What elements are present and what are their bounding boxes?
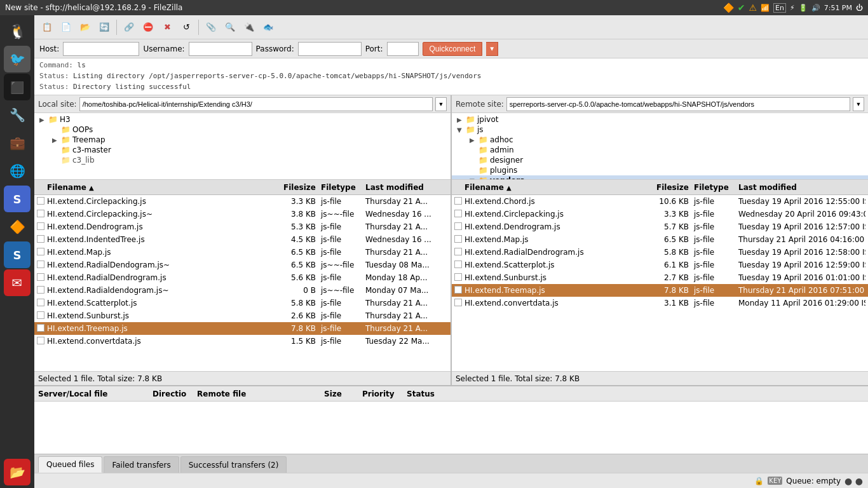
- local-path-dropdown-btn[interactable]: ▼: [435, 97, 447, 111]
- toolbar-sep-2: [198, 20, 199, 35]
- local-col-filename[interactable]: Filename ▲: [47, 183, 276, 192]
- sidebar-icon-s1[interactable]: S: [4, 186, 31, 212]
- local-path-input[interactable]: [79, 97, 433, 111]
- remote-col-filetype[interactable]: Filetype: [694, 183, 738, 192]
- sidebar-icon-mail[interactable]: ✉: [4, 269, 31, 296]
- local-file-row[interactable]: HI.extend.Circlepacking.js 3.3 KB js-fil…: [34, 195, 451, 208]
- sidebar-icon-terminal[interactable]: ⬛: [4, 74, 31, 100]
- tree-item-c3lib[interactable]: 📁 c3_lib: [34, 155, 451, 165]
- admin-folder-icon: 📁: [478, 146, 488, 154]
- sidebar-icon-briefcase[interactable]: 💼: [4, 130, 31, 156]
- local-col-filetype[interactable]: Filetype: [321, 183, 365, 192]
- local-file-row[interactable]: HI.extend.IndentedTree.js 4.5 KB js-file…: [34, 233, 451, 246]
- host-input[interactable]: [63, 42, 139, 56]
- compare-btn[interactable]: 🐟: [259, 18, 277, 36]
- sidebar-icon-s2[interactable]: S: [4, 241, 31, 268]
- reconnect-btn[interactable]: 🔗: [120, 18, 138, 36]
- wifi-icon: 📶: [761, 4, 770, 12]
- remote-file-row[interactable]: HI.extend.Circlepacking.js 3.3 KB js-fil…: [452, 208, 868, 220]
- remote-col-modified[interactable]: Last modified: [738, 183, 865, 192]
- local-file-row[interactable]: HI.extend.convertdata.js 1.5 KB js-file …: [34, 335, 451, 348]
- sidebar-icon-ubuntu[interactable]: 🐧: [4, 18, 31, 44]
- remote-file-row[interactable]: HI.extend.Sunburst.js 2.7 KB js-file Tue…: [452, 271, 868, 284]
- remote-col-filename[interactable]: Filename ▲: [465, 183, 643, 192]
- remote-path-dropdown-btn[interactable]: ▼: [853, 97, 864, 111]
- remote-path-input[interactable]: [506, 97, 850, 111]
- tab-successful-transfers[interactable]: Successful transfers (2): [180, 456, 287, 473]
- username-input[interactable]: [189, 42, 252, 56]
- toggle-remotedir-btn[interactable]: 🔄: [95, 18, 113, 36]
- file-name: HI.extend.IndentedTree.js: [47, 235, 276, 244]
- tree-item-designer[interactable]: 📁 designer: [452, 155, 868, 165]
- tree-item-adhoc[interactable]: ▶ 📁 adhoc: [452, 135, 868, 145]
- tab-queued-files[interactable]: Queued files: [38, 456, 102, 473]
- queue-btn[interactable]: 📎: [202, 18, 220, 36]
- local-file-row[interactable]: HI.extend.Dendrogram.js 5.3 KB js-file T…: [34, 220, 451, 233]
- file-name: HI.extend.Circlepacking.js~: [47, 210, 276, 219]
- local-file-row[interactable]: HI.extend.Treemap.js 7.8 KB js-file Thur…: [34, 322, 451, 335]
- local-file-row[interactable]: HI.extend.Circlepacking.js~ 3.8 KB js~~-…: [34, 208, 451, 220]
- remote-file-row[interactable]: HI.extend.RadialDendrogram.js 5.8 KB js-…: [452, 246, 868, 259]
- sidebar-icon-filezilla[interactable]: 📂: [4, 459, 31, 485]
- remote-file-size: 7.8 KB: [643, 286, 694, 295]
- local-file-row[interactable]: HI.extend.RadialDendrogram.js 5.6 KB js-…: [34, 271, 451, 284]
- tree-item-js[interactable]: ▼ 📁 js: [452, 125, 868, 135]
- quickconnect-button[interactable]: Quickconnect: [423, 42, 483, 56]
- open-sitemanager-btn[interactable]: 📋: [38, 18, 56, 36]
- toggle-log-btn[interactable]: 📄: [57, 18, 75, 36]
- remote-file-row[interactable]: HI.extend.convertdata.js 3.1 KB js-file …: [452, 297, 868, 309]
- local-path-header: Local site: ▼: [34, 95, 451, 113]
- file-name: HI.extend.Radialdendogram.js~: [47, 286, 276, 295]
- file-name: HI.extend.convertdata.js: [47, 337, 276, 346]
- c3lib-label: c3_lib: [72, 156, 95, 165]
- remote-file-size: 5.7 KB: [643, 222, 694, 231]
- remote-file-row[interactable]: HI.extend.Treemap.js 7.8 KB js-file Thur…: [452, 284, 868, 297]
- remote-file-modified: Tuesday 19 April 2016 12:57:00 IST: [738, 222, 865, 231]
- remote-file-row[interactable]: HI.extend.Dendrogram.js 5.7 KB js-file T…: [452, 220, 868, 233]
- processqueue-btn[interactable]: 🔍: [221, 18, 239, 36]
- toggle-localdir-btn[interactable]: 📂: [76, 18, 94, 36]
- remote-file-modified: Thursday 21 April 2016 04:16:00 IST: [738, 235, 865, 244]
- sidebar-icon-settings[interactable]: 🔧: [4, 102, 31, 128]
- password-input[interactable]: [298, 42, 362, 56]
- filter-btn[interactable]: 🔌: [240, 18, 258, 36]
- remote-file-row[interactable]: HI.extend.Map.js 6.5 KB js-file Thursday…: [452, 233, 868, 246]
- remote-file-type: js-file: [694, 235, 738, 244]
- quickconnect-dropdown-btn[interactable]: ▼: [486, 42, 498, 56]
- queue-status: Queue: empty: [786, 477, 841, 485]
- local-col-modified[interactable]: Last modified: [365, 183, 448, 192]
- tab-failed-transfers[interactable]: Failed transfers: [104, 456, 179, 473]
- sidebar-icon-chrome[interactable]: 🌐: [4, 158, 31, 184]
- tree-item-treemap[interactable]: ▶ 📁 Treemap: [34, 135, 451, 145]
- local-file-row[interactable]: HI.extend.RadialDendogram.js~ 6.5 KB js~…: [34, 259, 451, 271]
- local-file-row[interactable]: HI.extend.Sunburst.js 2.6 KB js-file Thu…: [34, 309, 451, 322]
- local-file-row[interactable]: HI.extend.Map.js 6.5 KB js-file Thursday…: [34, 246, 451, 259]
- port-input[interactable]: [387, 42, 419, 56]
- remote-file-size: 6.1 KB: [643, 261, 694, 269]
- tree-item-admin[interactable]: 📁 admin: [452, 145, 868, 155]
- tree-item-c3master[interactable]: 📁 c3-master: [34, 145, 451, 155]
- plugins-label: plugins: [490, 166, 517, 175]
- local-col-filesize[interactable]: Filesize: [276, 183, 321, 192]
- tree-item-h3[interactable]: ▶ 📁 H3: [34, 114, 451, 125]
- sidebar-icon-bird[interactable]: 🐦: [4, 46, 31, 72]
- tree-item-oops[interactable]: 📁 OOPs: [34, 125, 451, 135]
- tree-item-jpivot[interactable]: ▶ 📁 jpivot: [452, 114, 868, 125]
- remote-file-row[interactable]: HI.extend.Chord.js 10.6 KB js-file Tuesd…: [452, 195, 868, 208]
- tree-item-plugins[interactable]: 📁 plugins: [452, 165, 868, 175]
- tree-item-vendors[interactable]: ▼ 📁 vendors: [452, 175, 868, 180]
- file-modified: Thursday 21 A...: [365, 248, 448, 257]
- jpivot-folder-icon: 📁: [466, 115, 475, 124]
- remote-file-row[interactable]: HI.extend.Scatterplot.js 6.1 KB js-file …: [452, 259, 868, 271]
- file-size: 3.8 KB: [276, 210, 321, 219]
- remote-col-filesize[interactable]: Filesize: [643, 183, 694, 192]
- cancel-btn[interactable]: ✖: [158, 18, 176, 36]
- file-modified: Wednesday 16 ...: [365, 235, 448, 244]
- refresh-btn[interactable]: ↺: [177, 18, 195, 36]
- file-name: HI.extend.Map.js: [47, 248, 276, 257]
- local-file-row[interactable]: HI.extend.Scatterplot.js 5.8 KB js-file …: [34, 297, 451, 309]
- local-file-row[interactable]: HI.extend.Radialdendogram.js~ 0 B js~~-f…: [34, 284, 451, 297]
- disconnect-btn[interactable]: ⛔: [139, 18, 157, 36]
- sidebar-icon-vlc[interactable]: 🔶: [4, 214, 31, 240]
- oops-folder-icon: 📁: [61, 125, 71, 134]
